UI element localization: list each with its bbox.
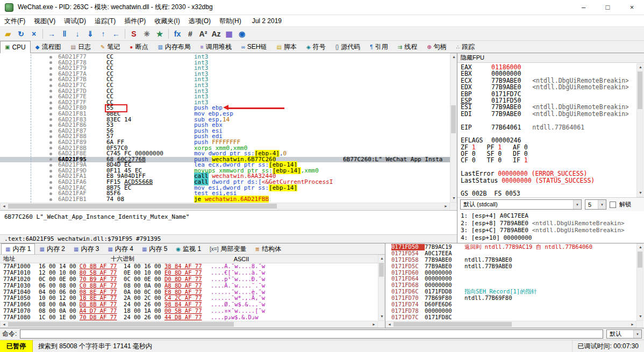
register-line[interactable]: EBP0171FD7C bbox=[461, 91, 628, 97]
stack-row[interactable]: 0171FD6400000000 bbox=[385, 276, 636, 282]
scroll-up-icon[interactable]: ▲ bbox=[637, 244, 644, 251]
breakpoint-gutter[interactable] bbox=[49, 67, 58, 70]
dump-row[interactable]: 77AF10801C 00 1E 00 70 D8 AF 77 24 00 26… bbox=[0, 314, 378, 321]
tab-references[interactable]: ¶引用 bbox=[365, 41, 392, 53]
breakpoint-gutter[interactable] bbox=[49, 181, 58, 184]
unlock-checkbox[interactable] bbox=[610, 202, 616, 208]
argument-line[interactable]: 1: [esp+4] A0C17EEA bbox=[461, 212, 643, 220]
step-into-button[interactable]: ↓ bbox=[71, 28, 84, 40]
breakpoint-gutter[interactable] bbox=[49, 192, 58, 195]
argument-line[interactable]: 4: [esp+10] 00000000 bbox=[461, 234, 643, 242]
shortcuts-button[interactable]: # bbox=[184, 28, 197, 40]
breakpoint-gutter[interactable] bbox=[49, 73, 58, 76]
tab-script[interactable]: ▤脚本 bbox=[272, 41, 302, 53]
step-back-button[interactable]: ← bbox=[110, 28, 123, 40]
tab-log[interactable]: ▤日志 bbox=[66, 41, 96, 53]
stack-horizontal-scrollbar[interactable]: ◄ ► bbox=[385, 321, 636, 328]
stack-row[interactable]: 0171FD54A0C17EEA bbox=[385, 250, 636, 257]
register-line[interactable]: EAX01186000 bbox=[461, 64, 628, 70]
stack-row[interactable]: 0171FD5077B9AC19返回到 ntdll.77B9AC19 自 ntd… bbox=[385, 244, 636, 250]
menu-item[interactable]: 文件(F) bbox=[0, 17, 30, 25]
menu-item[interactable]: 调试(D) bbox=[60, 17, 90, 25]
breakpoint-gutter[interactable] bbox=[49, 78, 58, 81]
breakpoint-gutter[interactable] bbox=[49, 124, 58, 127]
scroll-down-icon[interactable]: ▼ bbox=[637, 190, 644, 197]
tab-symbols[interactable]: ◈符号 bbox=[302, 41, 331, 53]
scroll-right-icon[interactable]: ► bbox=[442, 203, 449, 210]
breakpoint-gutter[interactable] bbox=[49, 118, 58, 121]
scroll-down-icon[interactable]: ▼ bbox=[450, 195, 457, 202]
column-header-address[interactable]: 地址 bbox=[0, 255, 39, 263]
stack-row[interactable]: 0171FD5877B9ABE0ntdll.77B9ABE0 bbox=[385, 257, 636, 263]
settings-button[interactable]: ✳ bbox=[140, 28, 153, 40]
dump-horizontal-scrollbar[interactable]: ◄ ► bbox=[0, 321, 378, 328]
menu-item[interactable]: 收藏夹(I) bbox=[150, 17, 184, 25]
breakpoint-gutter[interactable] bbox=[49, 186, 58, 189]
tab-cpu[interactable]: ▣CPU bbox=[0, 41, 31, 53]
register-line[interactable]: EDI77B9ABE0 <ntdll.DbgUiRemoteBreakin> bbox=[461, 111, 628, 117]
breakpoint-gutter[interactable] bbox=[49, 141, 58, 144]
tab-source[interactable]: {}源代码 bbox=[331, 41, 366, 53]
column-header-ascii[interactable]: ASCII bbox=[206, 256, 276, 262]
breakpoint-gutter[interactable] bbox=[49, 147, 58, 149]
scroll-up-icon[interactable]: ▲ bbox=[450, 54, 457, 61]
stack-row[interactable]: 0171FD6C0171FDD8指向SEH_Record[1]的指针 bbox=[385, 289, 636, 295]
run-button[interactable]: → bbox=[45, 28, 58, 40]
tab-call-stack[interactable]: ≡调用堆栈 bbox=[196, 41, 237, 53]
calculator-button[interactable]: fx bbox=[171, 28, 184, 40]
command-profile-select[interactable]: 默认 ▼ bbox=[606, 329, 642, 339]
favorites-button[interactable]: ★ bbox=[153, 28, 166, 40]
command-input[interactable] bbox=[20, 329, 603, 339]
disassembly-horizontal-scrollbar[interactable]: ◄ ► bbox=[0, 203, 450, 210]
breakpoint-gutter[interactable] bbox=[49, 135, 58, 138]
stack-row[interactable]: 0171FD7800000000 bbox=[385, 308, 636, 314]
scroll-thumb[interactable] bbox=[451, 105, 456, 133]
scroll-thumb[interactable] bbox=[638, 71, 642, 109]
scroll-down-icon[interactable]: ▼ bbox=[378, 313, 385, 320]
tab-memory-map[interactable]: ▥内存布局 bbox=[153, 41, 195, 53]
breakpoint-gutter[interactable] bbox=[49, 107, 58, 110]
register-line[interactable]: CF 0 TF 0 IF 1 bbox=[461, 157, 628, 163]
breakpoint-gutter[interactable] bbox=[49, 113, 58, 116]
breakpoint-gutter[interactable] bbox=[49, 175, 58, 178]
close-button[interactable]: × bbox=[620, 0, 644, 15]
register-line[interactable]: LastStatus 00000000 (STATUS_SUCCESS) bbox=[461, 177, 628, 184]
tab-memory-4[interactable]: ▦内存 4 bbox=[103, 243, 137, 254]
tab-memory-5[interactable]: ▦内存 5 bbox=[138, 243, 171, 254]
disassembly-vertical-scrollbar[interactable]: ▲ ▼ bbox=[450, 53, 457, 203]
tab-trace[interactable]: ∴跟踪 bbox=[452, 41, 480, 53]
menu-item[interactable]: 选项(O) bbox=[184, 17, 215, 25]
scroll-up-icon[interactable]: ▲ bbox=[637, 64, 644, 71]
tab-breakpoints[interactable]: ●断点 bbox=[125, 41, 153, 53]
minimize-button[interactable]: – bbox=[571, 0, 596, 15]
menu-item[interactable]: 视图(V) bbox=[30, 17, 60, 25]
stack-row[interactable]: 0171FD7C0171FD8C bbox=[385, 314, 636, 321]
hide-fpu-button[interactable]: 隐藏FPU bbox=[457, 53, 644, 63]
maximize-button[interactable]: □ bbox=[596, 0, 620, 15]
breakpoint-gutter[interactable] bbox=[49, 96, 58, 98]
stack-row[interactable]: 0171FD6800000000 bbox=[385, 282, 636, 289]
tab-memory-2[interactable]: ▦内存 2 bbox=[35, 243, 69, 254]
memory-chip-button[interactable]: ▦ bbox=[223, 28, 235, 40]
stack-row[interactable]: 0171FD74D60FE6D6 bbox=[385, 301, 636, 308]
argument-count-spinner[interactable]: 5 ▼ bbox=[585, 199, 606, 210]
register-line[interactable]: EIP77B64061 ntdll.77B64061 bbox=[461, 124, 628, 131]
menu-item[interactable]: 帮助(H) bbox=[215, 17, 246, 25]
close-button[interactable]: × bbox=[27, 28, 40, 40]
breakpoint-gutter[interactable] bbox=[49, 102, 58, 104]
search-button[interactable]: ◉ bbox=[235, 28, 248, 40]
menu-item[interactable]: 追踪(T) bbox=[90, 17, 120, 25]
a2-button[interactable]: A² bbox=[197, 28, 210, 40]
dump-vertical-scrollbar[interactable]: ▲ ▼ bbox=[378, 255, 385, 321]
breakpoint-gutter[interactable] bbox=[49, 90, 58, 92]
breakpoint-gutter[interactable] bbox=[49, 164, 58, 167]
scroll-left-icon[interactable]: ◄ bbox=[1, 203, 8, 210]
stack-row[interactable]: 0171FD6000000000 bbox=[385, 270, 636, 276]
scroll-thumb[interactable] bbox=[638, 252, 642, 268]
az-button[interactable]: Az bbox=[210, 28, 223, 40]
disasm-row[interactable]: 6AD21FB174 08je wechatwin.6AD21FBB bbox=[0, 197, 450, 203]
argument-line[interactable]: 2: [esp+8] 77B9ABE0 <ntdll.DbgUiRemoteBr… bbox=[461, 220, 643, 227]
restart-button[interactable]: ↻ bbox=[15, 28, 27, 40]
breakpoint-gutter[interactable] bbox=[49, 170, 58, 173]
scroll-thumb[interactable] bbox=[393, 322, 512, 327]
